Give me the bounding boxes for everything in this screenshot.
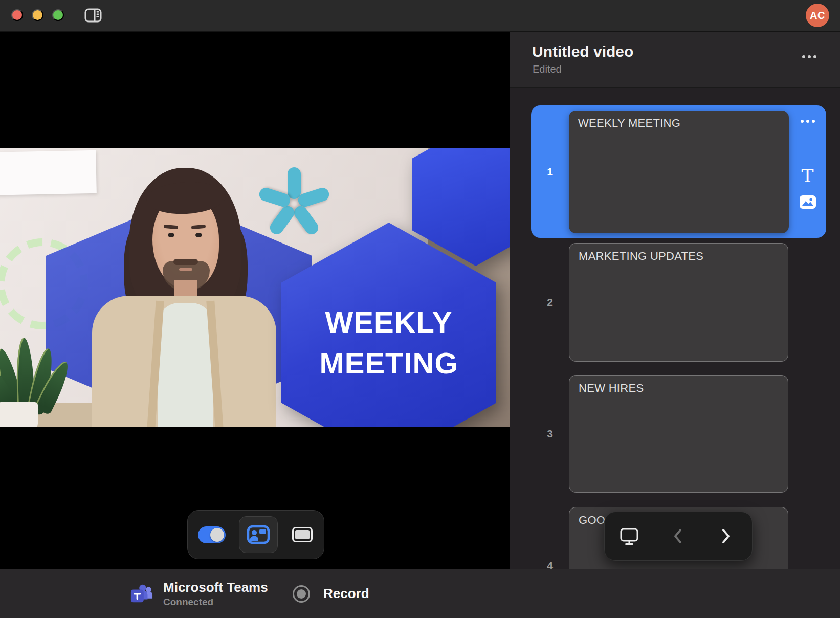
slide-menu-button[interactable] <box>801 120 815 123</box>
bottom-bar: Microsoft Teams Connected Record <box>0 569 840 618</box>
bottom-bar-divider <box>510 569 510 618</box>
account-avatar[interactable]: AC <box>806 4 829 27</box>
project-title: Untitled video <box>532 43 633 60</box>
sidebar-header: Untitled video Edited <box>510 32 840 88</box>
microsoft-teams-icon <box>129 583 153 605</box>
chevron-left-icon <box>672 527 683 545</box>
screen-view-button[interactable] <box>283 516 322 553</box>
integration-connection-status: Connected <box>163 597 268 608</box>
sidebar-toggle-button[interactable] <box>83 6 103 26</box>
slide-number: 1 <box>531 105 569 238</box>
minimize-window-button[interactable] <box>32 9 43 21</box>
camera-toggle-knob <box>210 528 224 542</box>
slide-number: 4 <box>531 507 569 569</box>
project-menu-button[interactable] <box>802 55 816 58</box>
stage-control-bar <box>187 510 324 559</box>
record-icon <box>292 584 311 604</box>
title-bar: AC <box>0 0 840 32</box>
presenter-view-button[interactable] <box>239 516 278 553</box>
person-shirt <box>158 303 213 427</box>
slide-item-1-selected[interactable]: 1 WEEKLY MEETING T <box>531 105 826 238</box>
slide-title: GOO <box>579 514 605 526</box>
slide-title: WEEKLY MEETING <box>578 117 680 129</box>
slide-thumbnail[interactable]: MARKETING UPDATES <box>569 243 788 362</box>
slide-list: 1 WEEKLY MEETING T <box>510 88 840 569</box>
sidebar: Untitled video Edited 1 WEEKLY MEETING T <box>510 32 840 569</box>
text-tool-icon[interactable]: T <box>801 167 813 185</box>
plant-pot <box>0 402 38 427</box>
zoom-window-button[interactable] <box>52 9 64 21</box>
screen-view-icon <box>292 527 313 542</box>
sidebar-toggle-icon <box>84 7 102 24</box>
close-window-button[interactable] <box>11 9 23 21</box>
record-button[interactable]: Record <box>292 569 369 618</box>
app-window: AC <box>0 0 840 618</box>
integration-name: Microsoft Teams <box>163 580 268 595</box>
slide-title: MARKETING UPDATES <box>579 250 703 262</box>
image-tool-icon[interactable] <box>800 195 816 210</box>
presenter-view-icon <box>247 525 270 544</box>
monitor-icon <box>618 526 640 546</box>
slide-thumbnail[interactable]: NEW HIRES <box>569 375 788 493</box>
plant <box>0 342 81 427</box>
previous-slide-button[interactable] <box>654 512 701 560</box>
chevron-right-icon <box>720 527 732 545</box>
next-slide-button[interactable] <box>701 512 750 560</box>
video-stage: WEEKLY MEETING <box>0 32 510 569</box>
slide-tools: T <box>789 105 826 238</box>
slide-item-3[interactable]: 3 NEW HIRES <box>531 375 826 493</box>
slide-thumbnail[interactable]: WEEKLY MEETING <box>569 111 789 233</box>
presentation-nav-panel <box>604 512 753 561</box>
slide-number: 3 <box>531 375 569 493</box>
present-to-display-button[interactable] <box>605 512 654 560</box>
project-status: Edited <box>533 63 562 75</box>
camera-toggle[interactable] <box>198 526 226 543</box>
slide-item-2[interactable]: 2 MARKETING UPDATES <box>531 243 826 362</box>
slide-title: NEW HIRES <box>579 382 644 394</box>
wall-poster <box>0 150 97 196</box>
camera-preview: WEEKLY MEETING <box>0 148 510 427</box>
record-label: Record <box>323 586 369 602</box>
integration-status[interactable]: Microsoft Teams Connected <box>129 569 268 618</box>
presenter-person <box>92 164 276 427</box>
slide-number: 2 <box>531 243 569 362</box>
wall-column <box>428 148 510 427</box>
